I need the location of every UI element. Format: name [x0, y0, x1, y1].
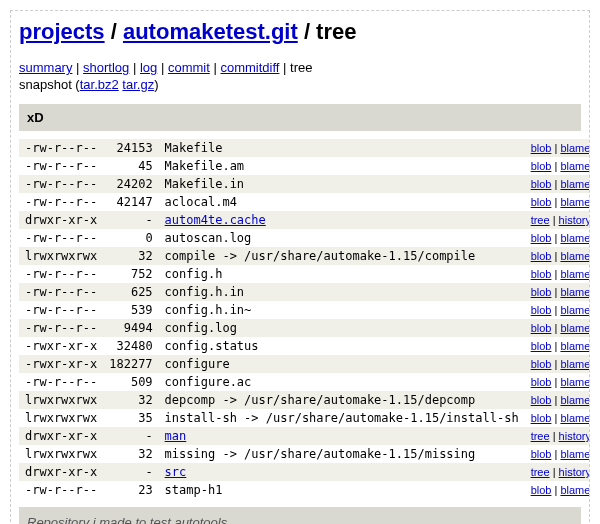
blob-link[interactable]: blob: [531, 196, 552, 208]
table-row: -rw-r--r--539config.h.in~blob | blame | …: [19, 301, 590, 319]
blob-link[interactable]: blob: [531, 448, 552, 460]
table-row: -rw-r--r--24202Makefile.inblob | blame |…: [19, 175, 590, 193]
blob-link[interactable]: blob: [531, 322, 552, 334]
tree-link[interactable]: tree: [531, 214, 550, 226]
blob-link[interactable]: blob: [531, 394, 552, 406]
file-name-cell: configure.ac: [159, 373, 525, 391]
history-link[interactable]: history: [559, 430, 590, 442]
blob-link[interactable]: blob: [531, 142, 552, 154]
blob-link[interactable]: blob: [531, 286, 552, 298]
blob-link[interactable]: blob: [531, 178, 552, 190]
blob-link[interactable]: blob: [531, 232, 552, 244]
blame-link[interactable]: blame: [560, 358, 590, 370]
blob-link[interactable]: blob: [531, 304, 552, 316]
history-link[interactable]: history: [559, 214, 590, 226]
table-row: -rw-r--r--24153Makefileblob | blame | hi…: [19, 139, 590, 157]
nav-log[interactable]: log: [140, 60, 157, 75]
blame-link[interactable]: blame: [560, 304, 590, 316]
blame-link[interactable]: blame: [560, 268, 590, 280]
blob-link[interactable]: blob: [531, 160, 552, 172]
action-links: blob | blame | history | raw: [525, 139, 590, 157]
file-name-cell: Makefile.am: [159, 157, 525, 175]
blob-link[interactable]: blob: [531, 340, 552, 352]
action-links: blob | blame | history | raw: [525, 283, 590, 301]
file-name-cell: config.log: [159, 319, 525, 337]
file-size: 32: [103, 247, 158, 265]
blame-link[interactable]: blame: [560, 322, 590, 334]
page-title: projects / automaketest.git / tree: [19, 19, 581, 45]
blame-link[interactable]: blame: [560, 196, 590, 208]
file-name-cell: install-sh -> /usr/share/automake-1.15/i…: [159, 409, 525, 427]
blob-link[interactable]: blob: [531, 268, 552, 280]
tree-link[interactable]: tree: [531, 430, 550, 442]
action-links: blob | blame | history | raw: [525, 301, 590, 319]
action-links: blob | blame | history | raw: [525, 175, 590, 193]
dir-link[interactable]: src: [165, 465, 187, 479]
file-name-cell: config.h.in~: [159, 301, 525, 319]
blame-link[interactable]: blame: [560, 376, 590, 388]
file-size: 35: [103, 409, 158, 427]
blob-link[interactable]: blob: [531, 412, 552, 424]
blame-link[interactable]: blame: [560, 448, 590, 460]
file-mode: -rw-r--r--: [19, 229, 103, 247]
file-mode: lrwxrwxrwx: [19, 391, 103, 409]
projects-link[interactable]: projects: [19, 19, 105, 44]
file-name-cell: config.h: [159, 265, 525, 283]
blame-link[interactable]: blame: [560, 178, 590, 190]
file-mode: lrwxrwxrwx: [19, 445, 103, 463]
file-mode: -rw-r--r--: [19, 481, 103, 499]
blame-link[interactable]: blame: [560, 160, 590, 172]
action-links: blob | blame | history | raw: [525, 265, 590, 283]
action-links: blob | blame | history | raw: [525, 373, 590, 391]
file-mode: -rw-r--r--: [19, 193, 103, 211]
nav-shortlog[interactable]: shortlog: [83, 60, 129, 75]
table-row: -rw-r--r--23stamp-h1blob | blame | histo…: [19, 481, 590, 499]
action-links: tree | history: [525, 427, 590, 445]
file-mode: -rw-r--r--: [19, 319, 103, 337]
nav-summary[interactable]: summary: [19, 60, 72, 75]
blame-link[interactable]: blame: [560, 484, 590, 496]
action-links: blob | blame | history | raw: [525, 229, 590, 247]
action-links: blob | blame | history | raw: [525, 319, 590, 337]
repo-link[interactable]: automaketest.git: [123, 19, 298, 44]
file-size: -: [103, 211, 158, 229]
file-size: 32: [103, 445, 158, 463]
blob-link[interactable]: blob: [531, 376, 552, 388]
table-row: -rwxr-xr-x182277configureblob | blame | …: [19, 355, 590, 373]
blame-link[interactable]: blame: [560, 142, 590, 154]
dir-link[interactable]: man: [165, 429, 187, 443]
blame-link[interactable]: blame: [560, 412, 590, 424]
blame-link[interactable]: blame: [560, 340, 590, 352]
history-link[interactable]: history: [559, 466, 590, 478]
blob-link[interactable]: blob: [531, 250, 552, 262]
blob-link[interactable]: blob: [531, 358, 552, 370]
nav-sep: |: [161, 60, 168, 75]
file-name-cell: aclocal.m4: [159, 193, 525, 211]
file-name-cell: Makefile.in: [159, 175, 525, 193]
file-name-cell: man: [159, 427, 525, 445]
table-row: lrwxrwxrwx32compile -> /usr/share/automa…: [19, 247, 590, 265]
file-name-cell: config.h.in: [159, 283, 525, 301]
blame-link[interactable]: blame: [560, 250, 590, 262]
snapshot-tarbz2[interactable]: tar.bz2: [80, 77, 119, 92]
tree-link[interactable]: tree: [531, 466, 550, 478]
blame-link[interactable]: blame: [560, 286, 590, 298]
file-mode: -rw-r--r--: [19, 283, 103, 301]
blame-link[interactable]: blame: [560, 394, 590, 406]
file-mode: lrwxrwxrwx: [19, 409, 103, 427]
table-row: -rw-r--r--9494config.logblob | blame | h…: [19, 319, 590, 337]
blame-link[interactable]: blame: [560, 232, 590, 244]
link-sep: |: [550, 466, 559, 478]
file-name-cell: config.status: [159, 337, 525, 355]
blob-link[interactable]: blob: [531, 484, 552, 496]
nav-commitdiff[interactable]: commitdiff: [220, 60, 279, 75]
file-size: -: [103, 427, 158, 445]
nav-commit[interactable]: commit: [168, 60, 210, 75]
file-size: 42147: [103, 193, 158, 211]
file-mode: -rw-r--r--: [19, 175, 103, 193]
nav-sep: |: [133, 60, 140, 75]
file-name-cell: autoscan.log: [159, 229, 525, 247]
dir-link[interactable]: autom4te.cache: [165, 213, 266, 227]
file-size: 45: [103, 157, 158, 175]
snapshot-targz[interactable]: tar.gz: [122, 77, 154, 92]
